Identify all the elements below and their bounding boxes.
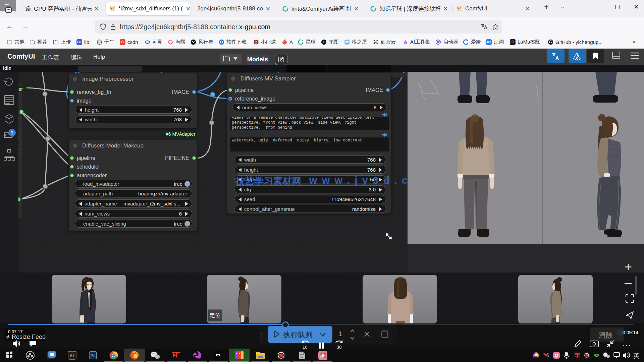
svg-text:1: 1 [11, 130, 13, 135]
svg-text:字: 字 [574, 352, 580, 359]
svg-text:xGc: xGc [374, 41, 378, 43]
svg-text:英: 英 [633, 352, 640, 359]
svg-text:xGc: xGc [26, 7, 31, 10]
svg-text:A: A [555, 55, 559, 61]
svg-text:Ai: Ai [69, 353, 74, 358]
svg-text:Ps: Ps [91, 353, 96, 358]
